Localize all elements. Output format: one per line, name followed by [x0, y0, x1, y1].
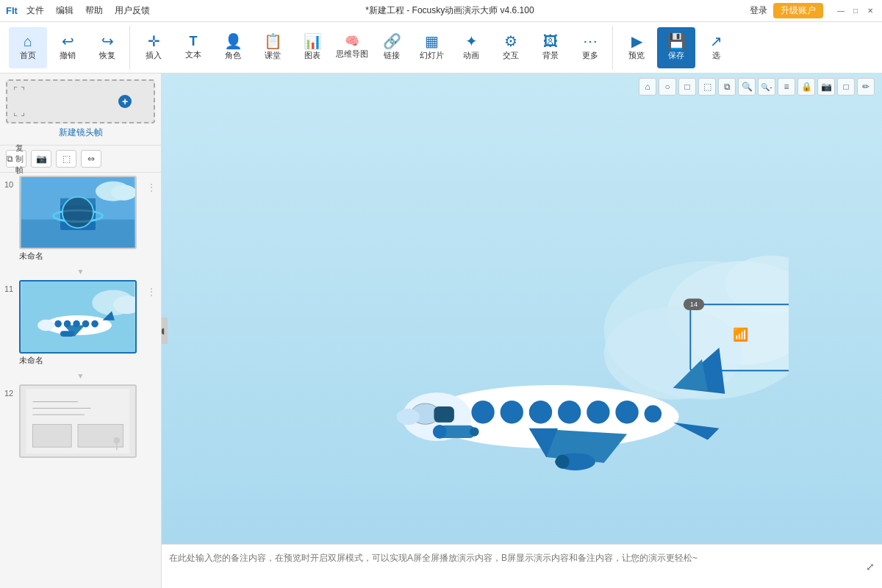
- slide-number-12: 12: [4, 384, 19, 398]
- svg-point-16: [54, 320, 62, 328]
- toolbar: ⌂ 首页 ↩ 撤销 ↪ 恢复 ✛ 插入 T 文本 👤 角色 📋 课堂: [0, 22, 882, 74]
- tool-background[interactable]: 🖼 背景: [531, 27, 570, 68]
- insert-icon: ✛: [148, 34, 160, 49]
- menu-bar: 文件 编辑 帮助 用户反馈: [26, 4, 150, 17]
- canvas-home-button[interactable]: ⌂: [639, 78, 656, 96]
- tool-home[interactable]: ⌂ 首页: [9, 27, 47, 68]
- tool-link[interactable]: 🔗 链接: [373, 27, 411, 68]
- tool-text[interactable]: T 文本: [174, 27, 212, 68]
- tool-insert[interactable]: ✛ 插入: [135, 27, 173, 68]
- svg-point-46: [501, 401, 523, 423]
- tool-more[interactable]: ⋯ 更多: [571, 27, 609, 68]
- svg-point-50: [615, 401, 638, 423]
- save-icon: 💾: [667, 34, 686, 49]
- sidebar: ⌜ ⌝ + ⌞ ⌟ 新建镜头帧 ▼ ⧉ 复制帧 📷 ⬚ ⇔: [0, 74, 162, 588]
- tool-select[interactable]: ↗ 选: [697, 27, 735, 68]
- slide-thumbnail-11[interactable]: [19, 280, 137, 354]
- svg-point-58: [556, 455, 570, 469]
- home-icon: ⌂: [24, 34, 32, 49]
- tool-redo[interactable]: ↪ 恢复: [88, 27, 126, 68]
- tool-slides[interactable]: ▦ 幻灯片: [412, 27, 451, 68]
- svg-point-44: [470, 427, 479, 437]
- sort-icon: ⋮: [146, 182, 157, 193]
- slide-name-10: 未命名: [19, 249, 146, 263]
- slide-sort-11: ⋮: [146, 280, 157, 298]
- svg-point-59: [396, 409, 419, 425]
- svg-rect-41: [434, 406, 453, 423]
- tool-interact[interactable]: ⚙ 交互: [492, 27, 530, 68]
- window-controls: — □ ✕: [835, 5, 876, 17]
- canvas-edit-button[interactable]: ✏: [857, 78, 875, 96]
- canvas-layout-button[interactable]: □: [837, 78, 855, 96]
- chart-icon: 📊: [304, 34, 322, 49]
- notes-expand-button[interactable]: ⤢: [866, 561, 875, 573]
- login-button[interactable]: 登录: [750, 4, 767, 17]
- screenshot-button[interactable]: 📷: [31, 150, 51, 168]
- down-arrow-icon: ▼: [77, 268, 85, 276]
- camera-icon: 📷: [36, 154, 47, 164]
- canvas-square-button[interactable]: □: [678, 78, 696, 96]
- slide-name-12: [19, 458, 157, 461]
- tool-undo[interactable]: ↩ 撤销: [49, 27, 87, 68]
- slides-icon: ▦: [425, 34, 439, 49]
- text-icon: T: [190, 35, 198, 48]
- svg-point-47: [529, 401, 552, 423]
- menu-feedback[interactable]: 用户反馈: [115, 4, 150, 17]
- canvas-zoom-in-button[interactable]: 🔍: [738, 78, 756, 96]
- slide-thumbnail-12[interactable]: [19, 384, 137, 458]
- undo-icon: ↩: [62, 34, 74, 49]
- tool-group-navigation: ⌂ 首页 ↩ 撤销 ↪ 恢复: [6, 26, 130, 70]
- arrange-button[interactable]: ⇔: [81, 150, 101, 168]
- background-icon: 🖼: [543, 34, 558, 49]
- close-button[interactable]: ✕: [864, 5, 876, 17]
- svg-point-43: [433, 425, 447, 439]
- class-icon: 📋: [264, 34, 282, 49]
- svg-point-18: [73, 320, 80, 328]
- more-icon: ⋯: [583, 34, 598, 49]
- tool-mindmap[interactable]: 🧠 思维导图: [333, 27, 371, 68]
- copy-frame-button[interactable]: ⧉ 复制帧: [6, 150, 26, 168]
- menu-file[interactable]: 文件: [26, 4, 44, 17]
- tool-animation[interactable]: ✦ 动画: [452, 27, 490, 68]
- canvas-zoom-out-button[interactable]: 🔍-: [758, 78, 775, 96]
- title-bar: FIt 文件 编辑 帮助 用户反馈 *新建工程 - Focusky动画演示大师 …: [0, 0, 882, 22]
- upgrade-button[interactable]: 升级账户: [773, 3, 823, 18]
- notes-input[interactable]: [169, 552, 866, 581]
- slide-thumbnail-10[interactable]: [19, 176, 137, 249]
- slide-item-11: 11: [0, 277, 161, 370]
- tool-class[interactable]: 📋 课堂: [254, 27, 292, 68]
- canvas-circle-button[interactable]: ○: [659, 78, 676, 96]
- select-icon: ↗: [710, 34, 723, 49]
- new-frame-button[interactable]: ⌜ ⌝ + ⌞ ⌟: [6, 79, 155, 123]
- svg-point-15: [37, 320, 54, 331]
- slide-item-12: 12: [0, 381, 161, 464]
- tool-save[interactable]: 💾 保存: [657, 27, 695, 68]
- canvas-copy-button[interactable]: ⧉: [718, 78, 736, 96]
- canvas-area[interactable]: ◀ ⌂ ○ □ ⬚ ⧉ 🔍 🔍- ≡ 🔒 📷 □ ✏: [162, 74, 882, 588]
- down-arrow-icon-2: ▼: [77, 372, 85, 380]
- character-icon: 👤: [224, 34, 243, 49]
- canvas-list-button[interactable]: ≡: [778, 78, 795, 96]
- tool-character[interactable]: 👤 角色: [214, 27, 252, 68]
- menu-help[interactable]: 帮助: [85, 4, 103, 17]
- menu-edit[interactable]: 编辑: [56, 4, 74, 17]
- svg-text:📶: 📶: [733, 327, 749, 343]
- svg-text:14: 14: [690, 300, 698, 308]
- canvas-camera-button[interactable]: 📷: [817, 78, 835, 96]
- minimize-button[interactable]: —: [835, 5, 847, 17]
- tool-preview[interactable]: ▶ 预览: [617, 27, 656, 68]
- layout-button[interactable]: ⬚: [56, 150, 76, 168]
- mindmap-icon: 🧠: [345, 35, 359, 47]
- svg-point-17: [64, 320, 71, 328]
- main-layout: ⌜ ⌝ + ⌞ ⌟ 新建镜头帧 ▼ ⧉ 复制帧 📷 ⬚ ⇔: [0, 74, 882, 588]
- maximize-button[interactable]: □: [850, 5, 861, 17]
- frame-corner-marks: ⌜ ⌝: [13, 85, 25, 96]
- svg-rect-26: [32, 424, 71, 447]
- canvas-lock-button[interactable]: 🔒: [797, 78, 815, 96]
- svg-point-28: [113, 437, 120, 444]
- tool-group-main: ✛ 插入 T 文本 👤 角色 📋 课堂 📊 图表 🧠 思维导图 🔗 链接 ▦: [132, 26, 613, 70]
- collapse-sidebar-button[interactable]: ◀: [162, 318, 168, 344]
- canvas-frame-button[interactable]: ⬚: [698, 78, 716, 96]
- notes-area: ⤢: [162, 544, 882, 588]
- tool-chart[interactable]: 📊 图表: [293, 27, 331, 68]
